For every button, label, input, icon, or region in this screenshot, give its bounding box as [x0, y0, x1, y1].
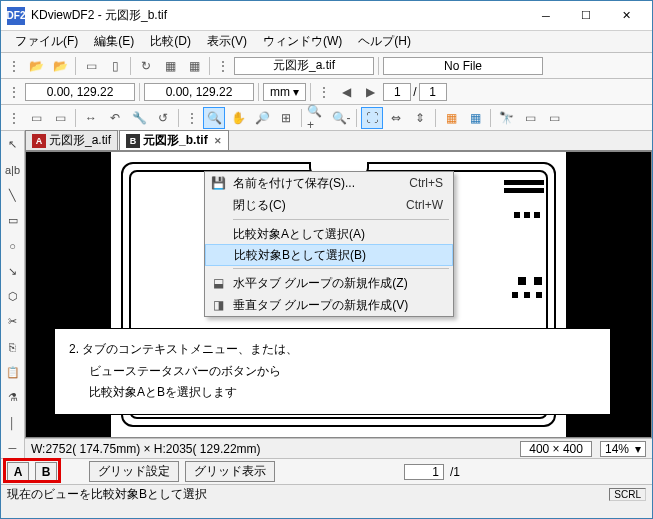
tab-a-label: 元図形_a.tif — [49, 132, 111, 149]
workspace: ↖ a|b ╲ ▭ ○ ↘ ⬡ ✂ ⎘ 📋 ⚗ │ ─ A 元図形_a.tif … — [1, 131, 652, 458]
prev-page-button[interactable]: ◀ — [335, 81, 357, 103]
tab-a-icon: A — [32, 134, 46, 148]
chevron-down-icon: ▾ — [635, 442, 641, 456]
htab-icon: ⬓ — [210, 276, 226, 290]
copy-tool[interactable]: ⎘ — [3, 338, 23, 357]
app-icon: DF2 — [7, 7, 25, 25]
reset-button[interactable]: ↺ — [152, 107, 174, 129]
separator — [139, 83, 140, 101]
grid-blue-icon[interactable]: ▦ — [464, 107, 486, 129]
canvas[interactable]: 💾 名前を付けて保存(S)... Ctrl+S 閉じる(C) Ctrl+W 比較… — [25, 151, 652, 438]
overlay-button[interactable]: ▭ — [519, 107, 541, 129]
tab-a[interactable]: A 元図形_a.tif — [25, 130, 118, 150]
menu-help[interactable]: ヘルプ(H) — [350, 31, 419, 52]
view-status-bar: W:2752( 174.75mm) × H:2035( 129.22mm) 40… — [25, 438, 652, 458]
menu-divider — [233, 219, 449, 220]
rect-tool[interactable]: ▭ — [3, 211, 23, 230]
menu-vtab-group[interactable]: ◨ 垂直タブ グループの新規作成(V) — [205, 294, 453, 316]
menu-select-a[interactable]: 比較対象Aとして選択(A) — [205, 223, 453, 245]
cursor-tool[interactable]: ↖ — [3, 135, 23, 154]
grip-icon: ⋮ — [315, 81, 333, 103]
grid-orange-icon[interactable]: ▦ — [440, 107, 462, 129]
separator — [378, 57, 379, 75]
hruler-tool[interactable]: ─ — [3, 439, 23, 458]
status-message: 現在のビューを比較対象Bとして選択 — [7, 486, 207, 503]
minimize-button[interactable]: ─ — [526, 3, 566, 29]
vruler-tool[interactable]: │ — [3, 413, 23, 432]
ab-page-current[interactable]: 1 — [404, 464, 444, 480]
grip-icon: ⋮ — [5, 107, 23, 129]
callout-line2: ビューステータスバーのボタンから — [89, 364, 281, 378]
tool-1[interactable]: ▭ — [25, 107, 47, 129]
layers-button[interactable]: ▦ — [159, 55, 181, 77]
rotate-button[interactable]: ↻ — [135, 55, 157, 77]
zoom-in-button[interactable]: 🔍+ — [306, 107, 328, 129]
dims-label: W:2752( 174.75mm) × H:2035( 129.22mm) — [31, 442, 261, 456]
zoom-select-button[interactable]: 🔍 — [203, 107, 225, 129]
tab-b[interactable]: B 元図形_b.tif ✕ — [119, 130, 229, 150]
fit-height-button[interactable]: ⇕ — [409, 107, 431, 129]
fit-width-button[interactable]: ⇔ — [385, 107, 407, 129]
open-b-button[interactable]: 📂 — [49, 55, 71, 77]
menu-view[interactable]: 表示(V) — [199, 31, 255, 52]
undo-button[interactable]: ↶ — [104, 107, 126, 129]
pan-button[interactable]: ✋ — [227, 107, 249, 129]
menu-edit[interactable]: 編集(E) — [86, 31, 142, 52]
circle-tool[interactable]: ○ — [3, 236, 23, 255]
scroll-lock-indicator: SCRL — [609, 488, 646, 501]
zoom-select[interactable]: 14%▾ — [600, 441, 646, 457]
magnify-button[interactable]: 🔎 — [251, 107, 273, 129]
fit-button[interactable]: ⛶ — [361, 107, 383, 129]
separator — [356, 109, 357, 127]
filter-tool[interactable]: ⚗ — [3, 388, 23, 407]
settings-button[interactable]: 🔧 — [128, 107, 150, 129]
file-a-display: 元図形_a.tif — [234, 57, 374, 75]
page-current[interactable]: 1 — [383, 83, 411, 101]
tile-h-button[interactable]: ▭ — [80, 55, 102, 77]
window-title: KDviewDF2 - 元図形_b.tif — [31, 7, 526, 24]
menu-window[interactable]: ウィンドウ(W) — [255, 31, 350, 52]
unit-select[interactable]: mm ▾ — [263, 83, 306, 101]
line-tool[interactable]: ╲ — [3, 186, 23, 205]
grid-show-button[interactable]: グリッド表示 — [185, 461, 275, 482]
poly-tool[interactable]: ⬡ — [3, 287, 23, 306]
menu-close[interactable]: 閉じる(C) Ctrl+W — [205, 194, 453, 216]
text-tool[interactable]: a|b — [3, 160, 23, 179]
page-total: 1 — [419, 83, 447, 101]
shortcut-label: Ctrl+S — [409, 176, 443, 190]
separator — [75, 109, 76, 127]
separator — [490, 109, 491, 127]
grid-label: 400 × 400 — [520, 441, 592, 457]
separator — [301, 109, 302, 127]
save-icon: 💾 — [210, 176, 226, 190]
toolbar-coords: ⋮ 0.00, 129.22 0.00, 129.22 mm ▾ ⋮ ◀ ▶ 1… — [1, 79, 652, 105]
menu-select-b[interactable]: 比較対象Bとして選択(B) — [205, 244, 453, 266]
binoculars-icon[interactable]: 🔭 — [495, 107, 517, 129]
select-a-button[interactable]: A — [7, 462, 29, 482]
grid-config-button[interactable]: グリッド設定 — [89, 461, 179, 482]
cut-tool[interactable]: ✂ — [3, 312, 23, 331]
menu-file[interactable]: ファイル(F) — [7, 31, 86, 52]
open-a-button[interactable]: 📂 — [25, 55, 47, 77]
next-page-button[interactable]: ▶ — [359, 81, 381, 103]
menu-htab-group[interactable]: ⬓ 水平タブ グループの新規作成(Z) — [205, 272, 453, 294]
overlay2-button[interactable]: ▭ — [543, 107, 565, 129]
paste-tool[interactable]: 📋 — [3, 363, 23, 382]
close-button[interactable]: ✕ — [606, 3, 646, 29]
arrow-tool[interactable]: ↘ — [3, 262, 23, 281]
select-b-button[interactable]: B — [35, 462, 57, 482]
context-menu: 💾 名前を付けて保存(S)... Ctrl+S 閉じる(C) Ctrl+W 比較… — [204, 171, 454, 317]
tab-close-icon[interactable]: ✕ — [214, 136, 222, 146]
tab-b-label: 元図形_b.tif — [143, 132, 208, 149]
align-button[interactable]: ↔ — [80, 107, 102, 129]
menu-select-a-label: 比較対象Aとして選択(A) — [233, 226, 365, 243]
zoom-out-button[interactable]: 🔍- — [330, 107, 352, 129]
menu-compare[interactable]: 比較(D) — [142, 31, 199, 52]
tool-2[interactable]: ▭ — [49, 107, 71, 129]
zoom-1-button[interactable]: ⊞ — [275, 107, 297, 129]
maximize-button[interactable]: ☐ — [566, 3, 606, 29]
tile-v-button[interactable]: ▯ — [104, 55, 126, 77]
separator — [209, 57, 210, 75]
layers2-button[interactable]: ▦ — [183, 55, 205, 77]
menu-save-as[interactable]: 💾 名前を付けて保存(S)... Ctrl+S — [205, 172, 453, 194]
